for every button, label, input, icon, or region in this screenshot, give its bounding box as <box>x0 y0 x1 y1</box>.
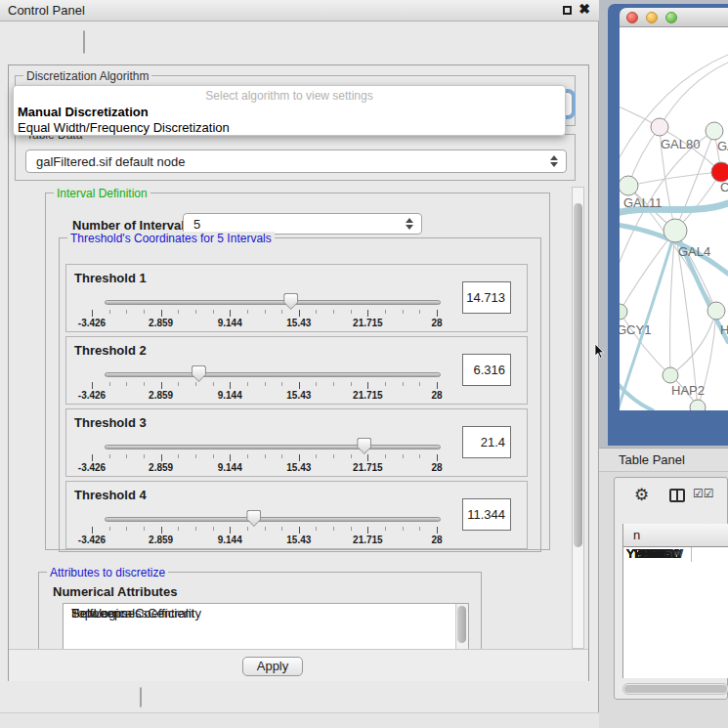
apply-button[interactable]: Apply <box>242 657 303 676</box>
settings-vertical-scrollbar[interactable] <box>572 187 584 649</box>
tab-style[interactable]: Style <box>84 31 85 46</box>
algorithm-option-manual[interactable]: Manual Discretization <box>18 105 149 119</box>
slider-thumb[interactable] <box>357 438 371 454</box>
minor-tick <box>351 310 352 314</box>
settings-scrollbar-thumb[interactable] <box>574 203 582 547</box>
table-data-combobox[interactable]: galFiltered.sif default node <box>25 150 567 173</box>
tick-label: 21.715 <box>353 462 383 473</box>
threshold-value-field[interactable]: 6.316 <box>462 354 511 386</box>
network-node[interactable] <box>664 219 687 242</box>
network-node[interactable] <box>707 302 725 320</box>
tick-label: 2.859 <box>149 390 173 401</box>
control-panel-footer <box>0 712 599 728</box>
tick-label: 2.859 <box>149 318 173 328</box>
network-edge[interactable] <box>670 231 675 375</box>
minor-tick <box>213 454 214 458</box>
minor-tick <box>247 382 248 386</box>
float-panel-icon[interactable] <box>563 6 572 15</box>
attribute-item-betweennesscentrality[interactable]: BetweennessCentrality <box>64 606 201 621</box>
minor-tick <box>403 310 404 314</box>
minor-tick <box>213 527 214 531</box>
tick-label: 15.43 <box>286 535 311 545</box>
cell-name[interactable]: YIL0 <box>623 547 728 562</box>
table-horizontal-scrollbar[interactable] <box>622 683 728 695</box>
major-tick <box>299 527 300 534</box>
network-node[interactable] <box>690 400 706 410</box>
gear-icon[interactable]: ⚙ <box>634 485 649 505</box>
minor-tick <box>213 310 214 314</box>
node-label-gal11: GAL11 <box>623 195 663 210</box>
minimize-window-icon[interactable] <box>646 12 658 23</box>
slider-thumb[interactable] <box>283 293 298 310</box>
tick-label: 9.144 <box>218 535 242 545</box>
network-edge[interactable] <box>628 172 721 186</box>
attributes-scrollbar-thumb[interactable] <box>457 606 466 643</box>
threshold-label-3: Threshold 3 <box>74 415 147 430</box>
network-window-titlebar[interactable] <box>620 8 728 27</box>
minor-tick <box>144 527 145 531</box>
slider-track[interactable] <box>105 372 441 377</box>
numerical-attributes-label: Numerical Attributes <box>53 584 177 599</box>
tab-jactivemnodules[interactable]: jActiveMNodules <box>84 31 85 46</box>
node-label-ga: GA <box>717 139 728 153</box>
tab-impute-data[interactable]: Impute Data <box>141 688 142 702</box>
major-tick <box>367 454 368 461</box>
control-panel-tabbar: NetworkStyleSelectCyni ToolboxjActiveMNo… <box>83 30 85 54</box>
major-tick <box>367 310 368 317</box>
tick-label: 15.43 <box>286 318 311 328</box>
minor-tick <box>126 382 127 386</box>
control-panel-title: Control Panel <box>8 3 85 18</box>
tab-discretize-data[interactable]: Discretize Data <box>141 688 142 702</box>
network-node[interactable] <box>663 367 678 383</box>
threshold-value-field[interactable]: 14.713 <box>462 281 511 314</box>
slider-thumb[interactable] <box>246 510 261 527</box>
tick-label: 2.859 <box>149 462 173 473</box>
network-edge-highlighted[interactable] <box>620 231 675 410</box>
tick-label: 9.144 <box>218 462 242 473</box>
close-window-icon[interactable] <box>626 12 638 23</box>
network-edge[interactable] <box>620 312 670 375</box>
column-header-name[interactable]: n <box>623 524 728 547</box>
numerical-attributes-list[interactable]: SelfLoopsTopologicalCoefficientBetweenne… <box>63 603 469 649</box>
threshold-value-field[interactable]: 11.344 <box>462 498 511 531</box>
tick-label: 21.715 <box>353 390 383 401</box>
column-chooser-icon[interactable] <box>669 489 685 502</box>
slider-track[interactable] <box>105 517 441 522</box>
minor-tick <box>351 382 352 386</box>
select-checkboxes-icon[interactable]: ☑☑ <box>693 487 714 500</box>
network-node[interactable] <box>706 122 723 140</box>
attributes-list-scrollbar[interactable] <box>455 604 468 649</box>
slider-track[interactable] <box>105 445 441 450</box>
algorithm-option-equal-width[interactable]: Equal Width/Frequency Discretization <box>18 120 230 135</box>
network-edge[interactable] <box>660 63 728 127</box>
close-panel-icon[interactable]: ✖ <box>578 1 590 17</box>
tab-network[interactable]: Network <box>84 31 85 46</box>
major-tick <box>437 310 438 317</box>
major-tick <box>92 382 93 389</box>
network-node[interactable] <box>651 118 668 136</box>
table-header-row: shared... n <box>623 524 728 547</box>
table-hscrollbar-thumb[interactable] <box>624 685 727 693</box>
node-label-hap2: HAP2 <box>671 383 705 398</box>
node-label-gcy1: GCY1 <box>620 322 651 337</box>
minor-tick <box>419 454 420 458</box>
tab-select[interactable]: Select <box>84 31 85 46</box>
tick-label: 28 <box>431 318 442 328</box>
network-node[interactable] <box>711 162 728 182</box>
major-tick <box>92 310 93 317</box>
network-node[interactable] <box>620 304 627 320</box>
network-node[interactable] <box>620 176 638 195</box>
node-attribute-table[interactable]: shared... n YDL19...YDL1YDR27...YDR2YBR0… <box>622 524 728 678</box>
network-canvas[interactable]: GAL80GAGAL11CGAL4GCY1HHAP2 <box>620 27 728 410</box>
slider-track[interactable] <box>105 300 441 305</box>
node-label-gal4: GAL4 <box>678 244 710 259</box>
minor-tick <box>385 527 386 531</box>
minor-tick <box>403 527 404 531</box>
zoom-window-icon[interactable] <box>665 12 677 23</box>
minor-tick <box>419 382 420 386</box>
minor-tick <box>109 382 110 386</box>
tab-cyni-toolbox[interactable]: Cyni Toolbox <box>84 31 85 46</box>
slider-thumb[interactable] <box>192 365 206 382</box>
threshold-value-field[interactable]: 21.4 <box>462 426 511 458</box>
tab-infer-network[interactable]: Infer Network <box>141 688 142 702</box>
